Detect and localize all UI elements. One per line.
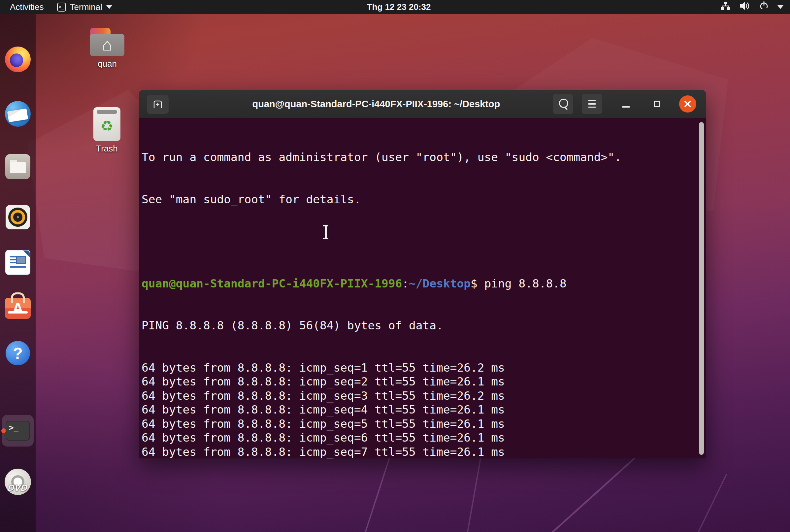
ping-output: 64 bytes from 8.8.8.8: icmp_seq=1 ttl=55… (141, 361, 703, 459)
ping-reply-line: 64 bytes from 8.8.8.8: icmp_seq=6 ttl=55… (141, 431, 703, 445)
ping-reply-line: 64 bytes from 8.8.8.8: icmp_seq=2 ttl=55… (141, 375, 703, 389)
search-icon (559, 99, 568, 108)
running-indicator-dot (1, 429, 6, 433)
search-button[interactable] (553, 94, 573, 114)
dvd-icon: DVD (5, 469, 31, 495)
desktop-icon-quan[interactable]: ⌂ quan (86, 28, 129, 69)
desktop-icon-label: Trash (96, 144, 118, 154)
app-menu-terminal[interactable]: >_ Terminal (57, 2, 112, 12)
dock-item-terminal[interactable]: >_ (2, 415, 34, 446)
activities-button[interactable]: Activities (10, 2, 44, 12)
ubuntu-software-icon: A (5, 298, 31, 319)
prompt-dollar: $ (470, 277, 484, 290)
dock: A ? >_ DVD (0, 14, 36, 532)
dock-item-files[interactable] (5, 153, 31, 180)
scrollbar[interactable] (699, 122, 704, 455)
ping-reply-line: 64 bytes from 8.8.8.8: icmp_seq=7 ttl=55… (141, 445, 703, 459)
typed-command: ping 8.8.8.8 (484, 277, 566, 290)
terminal-motd-line: See "man sudo_root" for details. (141, 192, 703, 207)
terminal-icon: >_ (6, 421, 30, 441)
wallpaper-line (347, 452, 392, 532)
terminal-app-icon: >_ (57, 3, 66, 12)
ping-reply-line: 64 bytes from 8.8.8.8: icmp_seq=5 ttl=55… (141, 417, 703, 431)
thunderbird-icon (5, 101, 31, 127)
volume-icon[interactable] (739, 1, 750, 13)
power-icon[interactable] (759, 1, 769, 13)
ping-reply-line: 64 bytes from 8.8.8.8: icmp_seq=1 ttl=55… (141, 361, 703, 375)
ping-header-line: PING 8.8.8.8 (8.8.8.8) 56(84) bytes of d… (141, 319, 703, 332)
minimize-button[interactable] (617, 95, 635, 113)
network-icon[interactable] (720, 1, 731, 13)
top-bar: Activities >_ Terminal Thg 12 23 20:32 (0, 0, 790, 14)
maximize-icon (654, 101, 660, 107)
clock[interactable]: Thg 12 23 20:32 (367, 0, 431, 14)
files-icon (5, 154, 31, 179)
prompt-user-host: quan@quan-Standard-PC-i440FX-PIIX-1996 (141, 277, 402, 290)
dock-item-ubuntu-software[interactable]: A (5, 293, 31, 320)
wallpaper-line (505, 454, 638, 532)
dock-item-help[interactable]: ? (5, 340, 31, 366)
caret-down-icon (106, 5, 112, 9)
new-tab-button[interactable] (147, 95, 169, 114)
ping-reply-line: 64 bytes from 8.8.8.8: icmp_seq=3 ttl=55… (141, 389, 703, 403)
wallpaper-line (461, 458, 481, 532)
prompt-colon: : (402, 277, 409, 290)
libreoffice-writer-icon (5, 250, 31, 275)
dock-item-thunderbird[interactable] (5, 101, 31, 127)
dock-item-libreoffice-writer[interactable] (5, 249, 31, 276)
desktop-icon-label: quan (98, 59, 117, 69)
ping-reply-line: 64 bytes from 8.8.8.8: icmp_seq=4 ttl=55… (141, 403, 703, 417)
desktop-icon-trash[interactable]: ♻ Trash (85, 107, 128, 154)
new-tab-icon (152, 99, 163, 110)
window-title: quan@quan-Standard-PC-i440FX-PIIX-1996: … (192, 90, 561, 118)
firefox-icon (5, 46, 31, 72)
prompt-line: quan@quan-Standard-PC-i440FX-PIIX-1996:~… (141, 277, 703, 291)
dock-item-dvd[interactable]: DVD (5, 469, 31, 495)
minimize-icon (622, 106, 630, 108)
menu-button[interactable] (582, 94, 602, 114)
terminal-content[interactable]: To run a command as administrator (user … (139, 118, 706, 458)
maximize-button[interactable] (649, 95, 666, 113)
trash-icon: ♻ (93, 107, 120, 141)
help-icon: ? (6, 341, 30, 365)
prompt-cwd: ~/Desktop (409, 277, 470, 290)
rhythmbox-icon (6, 205, 30, 229)
caret-down-icon[interactable] (777, 5, 784, 9)
wallpaper-line (680, 474, 727, 532)
close-button[interactable] (679, 95, 696, 113)
terminal-blank-line (141, 234, 703, 248)
mouse-ibeam-cursor (322, 225, 329, 239)
terminal-motd-line: To run a command as administrator (user … (141, 150, 703, 164)
dock-item-rhythmbox[interactable] (5, 204, 31, 230)
terminal-window: quan@quan-Standard-PC-i440FX-PIIX-1996: … (139, 90, 706, 458)
home-folder-icon: ⌂ (90, 28, 124, 56)
app-menu-label: Terminal (70, 2, 102, 12)
terminal-titlebar[interactable]: quan@quan-Standard-PC-i440FX-PIIX-1996: … (139, 90, 706, 118)
dock-item-firefox[interactable] (5, 46, 31, 73)
